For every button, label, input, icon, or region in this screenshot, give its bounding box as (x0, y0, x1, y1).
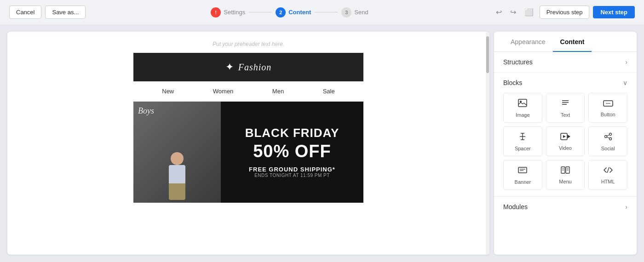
structures-label: Structures (503, 58, 533, 66)
block-social[interactable]: Social (588, 126, 627, 156)
child-figure (163, 152, 191, 203)
email-canvas: Put your preheader text here. ✦ Fashion … (7, 32, 489, 255)
hero-image: Boys (133, 102, 221, 203)
undo-button[interactable]: ↩ (494, 6, 504, 18)
step-1-circle: ! (211, 7, 221, 17)
nav-item-new[interactable]: New (162, 88, 174, 95)
hero-discount: 50% OFF (253, 142, 331, 161)
hero-text: BLACK FRIDAY 50% OFF FREE GROUND SHIPPIN… (221, 102, 363, 203)
child-legs (169, 183, 185, 200)
block-button-label: Button (601, 112, 615, 117)
svg-line-17 (607, 135, 610, 136)
block-social-label: Social (601, 146, 615, 151)
svg-line-18 (607, 137, 610, 138)
block-menu-label: Menu (559, 179, 572, 184)
block-spacer[interactable]: Spacer (503, 126, 542, 156)
svg-point-16 (609, 138, 611, 140)
step-3-label: Send (354, 9, 368, 16)
panel-tabs: Appearance Content (494, 32, 637, 52)
step-line-1 (249, 12, 272, 12)
blocks-label: Blocks (503, 79, 522, 86)
hero-title: BLACK FRIDAY (245, 126, 339, 140)
right-panel: Appearance Content Structures › Blocks ∨ (494, 32, 637, 255)
block-spacer-label: Spacer (515, 146, 531, 151)
blocks-header[interactable]: Blocks ∨ (503, 79, 627, 86)
block-video-label: Video (559, 145, 572, 151)
canvas-scroll[interactable]: Put your preheader text here. ✦ Fashion … (7, 32, 489, 255)
modules-chevron-icon: › (625, 203, 627, 211)
email-nav-block[interactable]: New Women Men Sale (133, 81, 363, 102)
logo-text: Fashion (238, 62, 272, 73)
block-menu[interactable]: Menu (546, 160, 585, 190)
cancel-button[interactable]: Cancel (9, 6, 41, 19)
svg-marker-13 (563, 135, 566, 138)
html-icon (604, 166, 613, 176)
nav-item-women[interactable]: Women (213, 88, 234, 95)
email-hero-block[interactable]: Boys BLACK FRIDAY 50% OFF FREE GROUND SH… (133, 102, 363, 203)
hero-subtitle: FREE GROUND SHIPPING* (249, 166, 335, 173)
canvas-scrollbar (486, 32, 489, 255)
tab-appearance[interactable]: Appearance (503, 32, 553, 52)
child-head (171, 152, 184, 165)
image-icon (518, 99, 527, 109)
email-preheader: Put your preheader text here. (133, 41, 363, 47)
step-content[interactable]: 2 Content (276, 7, 311, 17)
toolbar-right: ↩ ↪ ⬜ Previous step Next step (494, 6, 635, 19)
structures-section[interactable]: Structures › (494, 52, 637, 73)
blocks-grid: Image Text (503, 93, 627, 190)
structures-chevron-icon: › (625, 58, 627, 66)
toolbar: Cancel Save as... ! Settings 2 Content 3… (0, 0, 644, 24)
email-preview: Put your preheader text here. ✦ Fashion … (133, 41, 363, 203)
step-2-circle: 2 (276, 7, 286, 17)
step-send[interactable]: 3 Send (341, 7, 368, 17)
block-video[interactable]: Video (546, 126, 585, 156)
menu-icon (561, 166, 570, 176)
logo-icon: ✦ (225, 61, 234, 73)
tab-content[interactable]: Content (553, 32, 592, 52)
text-icon (561, 99, 569, 109)
nav-item-men[interactable]: Men (272, 88, 284, 95)
device-toggle-button[interactable]: ⬜ (522, 6, 536, 18)
block-html-label: HTML (601, 179, 615, 184)
button-icon (603, 99, 613, 109)
banner-icon (518, 166, 527, 177)
blocks-chevron-icon: ∨ (623, 79, 627, 86)
nav-item-sale[interactable]: Sale (323, 88, 335, 95)
canvas-scrollbar-thumb (486, 36, 489, 73)
spacer-icon (518, 132, 527, 143)
panel-body: Structures › Blocks ∨ (494, 52, 637, 255)
block-banner[interactable]: Banner (503, 160, 542, 190)
toolbar-left: Cancel Save as... (9, 6, 86, 19)
video-icon (560, 133, 570, 142)
svg-line-28 (607, 167, 609, 173)
previous-step-button[interactable]: Previous step (540, 6, 590, 19)
block-button[interactable]: Button (588, 93, 627, 123)
redo-button[interactable]: ↪ (508, 6, 518, 18)
email-header-block[interactable]: ✦ Fashion (133, 53, 363, 81)
block-text-label: Text (561, 112, 570, 118)
modules-label: Modules (503, 203, 528, 211)
main-area: Put your preheader text here. ✦ Fashion … (0, 24, 644, 262)
boys-label: Boys (138, 106, 154, 116)
svg-point-14 (609, 133, 611, 136)
saveas-button[interactable]: Save as... (45, 6, 86, 19)
block-text[interactable]: Text (546, 93, 585, 123)
block-html[interactable]: HTML (588, 160, 627, 190)
block-banner-label: Banner (515, 179, 531, 185)
modules-section[interactable]: Modules › (494, 197, 637, 217)
svg-rect-19 (518, 167, 527, 173)
block-image-label: Image (516, 112, 530, 118)
next-step-button[interactable]: Next step (593, 6, 635, 18)
step-3-circle: 3 (341, 7, 351, 17)
hero-fine-print: ENDS TONIGHT AT 11:59 PM PT (254, 173, 330, 178)
blocks-section: Blocks ∨ Image (494, 73, 637, 197)
step-2-label: Content (288, 9, 311, 16)
step-1-label: Settings (224, 9, 245, 16)
step-line-2 (315, 12, 338, 12)
child-body (169, 165, 185, 183)
svg-rect-0 (518, 99, 527, 107)
step-settings[interactable]: ! Settings (211, 7, 245, 17)
social-icon (604, 132, 612, 143)
block-image[interactable]: Image (503, 93, 542, 123)
step-wizard: ! Settings 2 Content 3 Send (90, 7, 489, 17)
